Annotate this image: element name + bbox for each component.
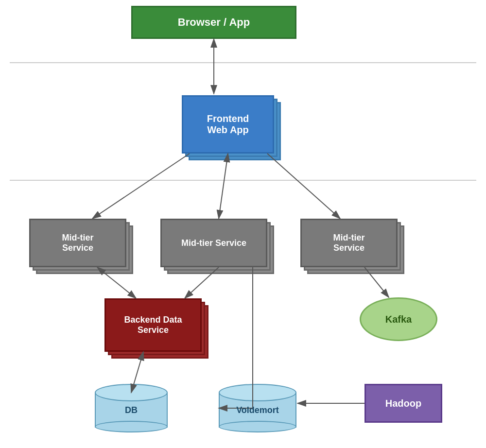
db-cylinder-top bbox=[95, 384, 168, 401]
backend-data-service-box: Backend DataService bbox=[104, 298, 202, 352]
midright-label: Mid-tierService bbox=[333, 233, 365, 253]
browser-label: Browser / App bbox=[178, 16, 250, 29]
diagram-container: Browser / App FrontendWeb App Mid-tierSe… bbox=[0, 0, 486, 448]
divider-top bbox=[10, 62, 476, 63]
arrow-frontend-midcenter bbox=[219, 154, 228, 219]
db-cylinder: DB bbox=[95, 384, 168, 432]
midtier-right-box: Mid-tierService bbox=[300, 219, 398, 267]
frontend-label: FrontendWeb App bbox=[207, 113, 249, 136]
kafka-box: Kafka bbox=[360, 297, 437, 341]
divider-mid bbox=[10, 180, 476, 181]
kafka-label: Kafka bbox=[385, 314, 412, 325]
voldemort-cylinder-bottom bbox=[219, 421, 296, 432]
hadoop-box: Hadoop bbox=[364, 384, 442, 423]
midleft-label: Mid-tierService bbox=[62, 233, 94, 253]
voldemort-cylinder-top bbox=[219, 384, 296, 401]
voldemort-label: Voldemort bbox=[236, 405, 279, 415]
midtier-center-box: Mid-tier Service bbox=[160, 219, 267, 267]
midcenter-label: Mid-tier Service bbox=[181, 238, 246, 248]
browser-app-box: Browser / App bbox=[131, 6, 296, 39]
db-label: DB bbox=[125, 405, 138, 415]
arrow-frontend-midleft bbox=[92, 154, 190, 219]
arrow-frontend-midright bbox=[267, 154, 340, 219]
db-cylinder-bottom bbox=[95, 421, 168, 432]
backend-label: Backend DataService bbox=[124, 315, 182, 335]
frontend-web-app-box: FrontendWeb App bbox=[182, 95, 274, 154]
hadoop-label: Hadoop bbox=[385, 398, 421, 409]
midtier-left-box: Mid-tierService bbox=[29, 219, 126, 267]
voldemort-cylinder: Voldemort bbox=[219, 384, 296, 432]
